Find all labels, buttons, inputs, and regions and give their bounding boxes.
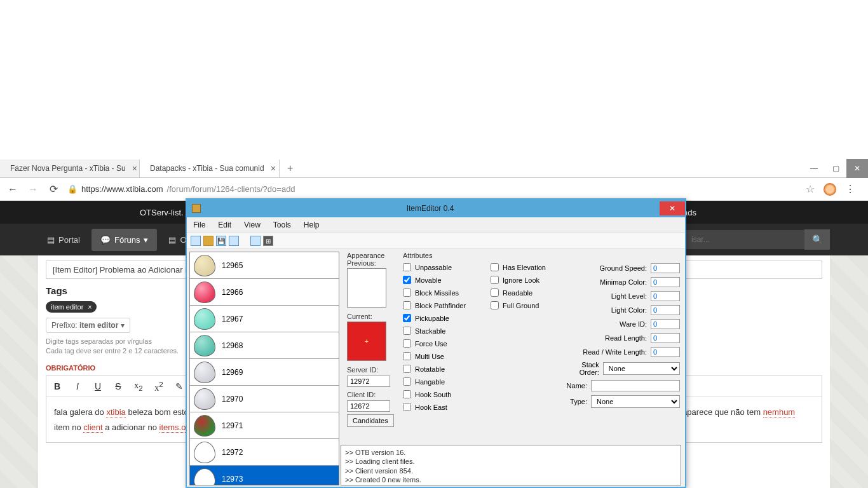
- checkbox-input[interactable]: [491, 276, 499, 284]
- checkbox-hangable[interactable]: Hangable: [403, 377, 485, 386]
- bookmark-icon[interactable]: ☆: [806, 183, 815, 195]
- tab-close-icon[interactable]: ×: [271, 163, 276, 173]
- checkbox-input[interactable]: [491, 263, 499, 271]
- checkbox-block-pathfinder[interactable]: Block Pathfinder: [403, 301, 485, 309]
- back-button[interactable]: ←: [6, 184, 19, 195]
- number-input[interactable]: [651, 319, 680, 329]
- checkbox-hook-south[interactable]: Hook South: [403, 390, 485, 398]
- copy-icon[interactable]: [229, 236, 239, 246]
- tag-chip[interactable]: item editor ×: [46, 301, 97, 313]
- candidates-button[interactable]: Candidates: [347, 414, 394, 427]
- browser-tab-0[interactable]: Fazer Nova Pergunta - xTibia - Su ×: [0, 159, 140, 177]
- search-button[interactable]: 🔍: [804, 229, 830, 250]
- dropdown-input[interactable]: None: [591, 395, 680, 408]
- form-icon[interactable]: [250, 236, 261, 246]
- checkbox-unpassable[interactable]: Unpassable: [403, 263, 485, 271]
- subscript-button[interactable]: x2: [133, 381, 144, 392]
- number-input[interactable]: [651, 291, 680, 301]
- checkbox-input[interactable]: [403, 377, 411, 386]
- checkbox-block-missiles[interactable]: Block Missiles: [403, 288, 485, 297]
- new-tab-button[interactable]: +: [280, 163, 301, 174]
- checkbox-input[interactable]: [491, 288, 499, 297]
- open-folder-icon[interactable]: [203, 236, 214, 246]
- checkbox-input[interactable]: [403, 339, 411, 348]
- checkbox-multi-use[interactable]: Multi Use: [403, 352, 485, 360]
- number-input[interactable]: [651, 277, 680, 287]
- checkbox-input[interactable]: [403, 352, 411, 360]
- list-item[interactable]: 12968: [190, 332, 339, 359]
- strike-button[interactable]: S: [112, 381, 124, 392]
- list-item[interactable]: 12970: [190, 386, 339, 412]
- number-input[interactable]: [651, 263, 680, 273]
- checkbox-pickupable[interactable]: Pickupable: [403, 314, 485, 322]
- client-id-input[interactable]: [347, 400, 390, 412]
- menu-view[interactable]: View: [244, 220, 261, 229]
- checkbox-input[interactable]: [403, 276, 411, 284]
- list-item[interactable]: 12966: [190, 279, 339, 306]
- grid-icon[interactable]: ⊞: [263, 236, 273, 246]
- search-input[interactable]: [684, 230, 804, 249]
- list-item[interactable]: 12967: [190, 306, 339, 332]
- minimize-button[interactable]: —: [803, 159, 825, 178]
- prefix-dropdown[interactable]: Prefixo: item editor ▾: [46, 318, 130, 333]
- list-item[interactable]: 12973: [190, 466, 339, 485]
- list-item[interactable]: 12969: [190, 359, 339, 386]
- browser-tab-1[interactable]: Datapacks - xTibia - Sua comunid ×: [140, 159, 280, 177]
- checkbox-input[interactable]: [403, 301, 411, 309]
- menu-tools[interactable]: Tools: [273, 220, 291, 229]
- topbar-text: OTServ-list.: [140, 208, 184, 217]
- menu-file[interactable]: File: [193, 220, 205, 229]
- reload-button[interactable]: ⟳: [47, 183, 60, 195]
- checkbox-has-elevation[interactable]: Has Elevation: [491, 263, 560, 271]
- restore-button[interactable]: ▢: [825, 159, 846, 178]
- url-path: /forum/forum/1264-clients/?do=add: [167, 184, 295, 194]
- kebab-menu-icon[interactable]: ⋮: [845, 183, 855, 195]
- checkbox-hook-east[interactable]: Hook East: [403, 403, 485, 411]
- checkbox-input[interactable]: [491, 301, 499, 309]
- superscript-button[interactable]: x2: [153, 380, 165, 393]
- text-input[interactable]: [591, 380, 680, 391]
- titlebar[interactable]: ItemEditor 0.4 ✕: [187, 200, 685, 217]
- nav-foruns[interactable]: 💬 Fóruns ▾: [92, 229, 157, 251]
- italic-button[interactable]: I: [72, 381, 83, 392]
- forward-button[interactable]: →: [27, 184, 39, 195]
- checkbox-force-use[interactable]: Force Use: [403, 339, 485, 348]
- checkbox-stackable[interactable]: Stackable: [403, 327, 485, 335]
- window-close-button[interactable]: ✕: [660, 201, 685, 215]
- item-list[interactable]: 1296512966129671296812969129701297112972…: [189, 252, 339, 485]
- checkbox-input[interactable]: [403, 365, 411, 373]
- url-field[interactable]: 🔒 https://www.xtibia.com/forum/forum/126…: [67, 184, 798, 194]
- checkbox-rotatable[interactable]: Rotatable: [403, 365, 485, 373]
- checkbox-input[interactable]: [403, 403, 411, 411]
- profile-avatar-icon[interactable]: [824, 183, 836, 196]
- checkbox-readable[interactable]: Readable: [491, 288, 560, 297]
- checkbox-input[interactable]: [403, 314, 411, 322]
- server-id-input[interactable]: [347, 376, 390, 387]
- number-input[interactable]: [651, 347, 680, 357]
- tab-close-icon[interactable]: ×: [132, 163, 137, 173]
- menu-edit[interactable]: Edit: [218, 220, 231, 229]
- number-input[interactable]: [651, 305, 680, 315]
- list-item[interactable]: 12971: [190, 412, 339, 439]
- checkbox-input[interactable]: [403, 288, 411, 297]
- bold-button[interactable]: B: [51, 381, 63, 392]
- nav-portal[interactable]: ▤ Portal: [38, 229, 89, 251]
- checkbox-input[interactable]: [403, 390, 411, 398]
- tag-remove-icon[interactable]: ×: [88, 304, 92, 311]
- number-input[interactable]: [651, 333, 680, 343]
- checkbox-ignore-look[interactable]: Ignore Look: [491, 276, 560, 284]
- checkbox-input[interactable]: [403, 327, 411, 335]
- menu-help[interactable]: Help: [304, 220, 320, 229]
- checkbox-input[interactable]: [403, 263, 411, 271]
- checkbox-movable[interactable]: Movable: [403, 276, 485, 284]
- list-item[interactable]: 12972: [190, 439, 339, 466]
- dropdown-input[interactable]: None: [603, 362, 680, 375]
- underline-button[interactable]: U: [92, 381, 104, 392]
- save-icon[interactable]: 💾: [216, 236, 226, 246]
- checkbox-full-ground[interactable]: Full Ground: [491, 301, 560, 309]
- log-panel[interactable]: >> OTB version 16.>> Loading client file…: [341, 445, 681, 485]
- brush-icon[interactable]: ✎: [173, 381, 185, 392]
- new-file-icon[interactable]: [191, 236, 201, 246]
- list-item[interactable]: 12965: [190, 252, 339, 279]
- close-button[interactable]: ✕: [846, 159, 868, 178]
